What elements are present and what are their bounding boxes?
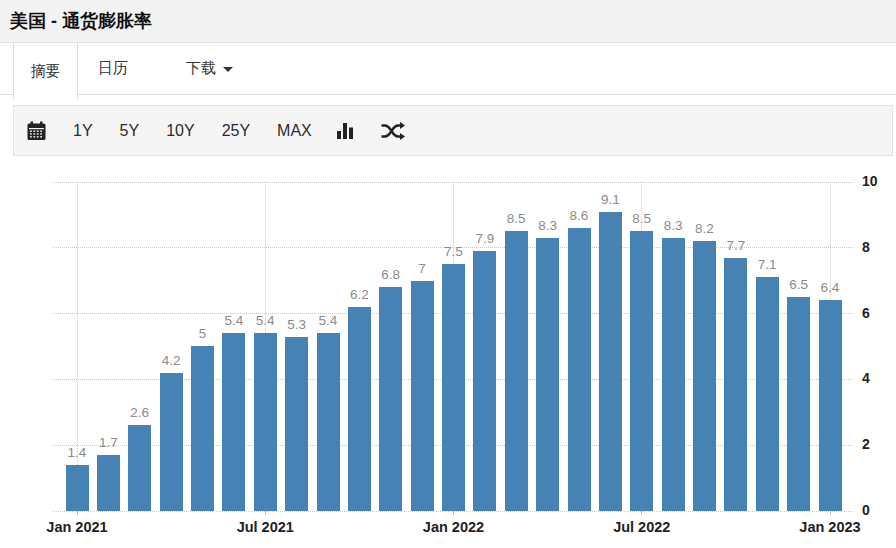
bar[interactable] (411, 281, 434, 511)
page-header: 美国 - 通货膨胀率 (0, 0, 896, 43)
bar[interactable] (442, 264, 465, 511)
bar-value-label: 7.7 (716, 238, 756, 253)
bar[interactable] (191, 346, 214, 511)
bar[interactable] (66, 465, 89, 511)
v-gridline (77, 182, 78, 511)
bar-value-label: 7 (402, 261, 442, 276)
y-axis-label: 2 (862, 436, 870, 452)
bar[interactable] (473, 251, 496, 511)
tab-summary-label: 摘要 (31, 62, 61, 81)
bar[interactable] (568, 228, 591, 511)
x-axis-label: Jul 2021 (210, 519, 320, 535)
bar[interactable] (819, 300, 842, 511)
tab-calendar-label: 日历 (98, 59, 128, 78)
y-axis-label: 10 (862, 173, 878, 189)
range-5y-button[interactable]: 5Y (120, 123, 140, 139)
bar[interactable] (724, 258, 747, 511)
y-axis-label: 6 (862, 305, 870, 321)
tab-bar: 摘要 日历 下载 (0, 43, 896, 95)
bar-value-label: 7.1 (747, 257, 787, 272)
bar[interactable] (348, 307, 371, 511)
bar[interactable] (160, 373, 183, 511)
tab-download[interactable]: 下载 (186, 43, 233, 94)
shuffle-icon[interactable] (380, 121, 405, 141)
bar[interactable] (693, 241, 716, 511)
bar-value-label: 7.5 (434, 244, 474, 259)
bar[interactable] (505, 231, 528, 511)
bar[interactable] (379, 287, 402, 511)
bar[interactable] (128, 425, 151, 511)
bar-value-label: 8.6 (559, 208, 599, 223)
bar-value-label: 5 (183, 326, 223, 341)
bar-value-label: 9.1 (590, 192, 630, 207)
x-axis-label: Jan 2021 (22, 519, 132, 535)
bar[interactable] (254, 333, 277, 511)
bar[interactable] (317, 333, 340, 511)
y-axis-label: 4 (862, 370, 870, 386)
chart-toolbar: 1Y 5Y 10Y 25Y MAX (13, 105, 893, 156)
bar[interactable] (222, 333, 245, 511)
bar[interactable] (787, 297, 810, 511)
range-1y-button[interactable]: 1Y (73, 123, 93, 139)
tab-summary[interactable]: 摘要 (13, 43, 78, 99)
range-max-button[interactable]: MAX (277, 123, 312, 139)
x-axis-tick (77, 511, 78, 515)
x-axis-label: Jan 2022 (399, 519, 509, 535)
bar-value-label: 6.4 (810, 280, 850, 295)
bar[interactable] (536, 238, 559, 511)
bar-value-label: 5.4 (308, 313, 348, 328)
plot-area: Jan 2021Jul 2021Jan 2022Jul 2022Jan 2023… (52, 182, 853, 511)
range-25y-button[interactable]: 25Y (222, 123, 250, 139)
bar[interactable] (630, 231, 653, 511)
bar[interactable] (97, 455, 120, 511)
bar-value-label: 8.2 (685, 221, 725, 236)
x-axis-label: Jul 2022 (587, 519, 697, 535)
bar[interactable] (756, 277, 779, 511)
tab-download-label: 下载 (186, 59, 216, 78)
bar-value-label: 6.2 (339, 287, 379, 302)
x-axis-label: Jan 2023 (775, 519, 885, 535)
x-axis-tick (830, 511, 831, 515)
bar[interactable] (599, 212, 622, 511)
x-axis-tick (641, 511, 642, 515)
y-axis-label: 0 (862, 502, 870, 518)
bar-value-label: 2.6 (120, 405, 160, 420)
tab-calendar[interactable]: 日历 (98, 43, 128, 94)
bar[interactable] (285, 337, 308, 511)
range-10y-button[interactable]: 10Y (166, 123, 194, 139)
caret-down-icon (223, 67, 233, 72)
inflation-bar-chart: Jan 2021Jul 2021Jan 2022Jul 2022Jan 2023… (0, 158, 896, 548)
bar-value-label: 4.2 (151, 353, 191, 368)
y-axis-label: 8 (862, 239, 870, 255)
x-axis-tick (453, 511, 454, 515)
bar-chart-icon[interactable] (334, 121, 356, 140)
calendar-icon[interactable] (27, 121, 46, 141)
bar[interactable] (662, 238, 685, 511)
x-axis-tick (265, 511, 266, 515)
page-title: 美国 - 通货膨胀率 (10, 9, 152, 33)
bar-value-label: 7.9 (465, 231, 505, 246)
bar-value-label: 1.7 (88, 435, 128, 450)
